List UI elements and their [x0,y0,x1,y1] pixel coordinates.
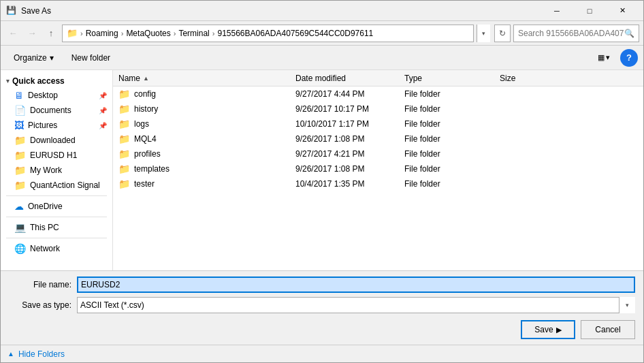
sidebar-item-eurusd[interactable]: 📁 EURUSD H1 [1,148,112,163]
desktop-label: Desktop [28,91,58,100]
dialog-icon: 💾 [6,5,17,16]
quick-access-chevron: ▾ [6,78,10,84]
minimize-button[interactable]: ─ [541,1,573,21]
table-row[interactable]: 📁 tester 10/4/2017 1:35 PM File folder [113,176,643,191]
pictures-pin-icon: 📌 [99,122,107,129]
organize-label: Organize [14,53,47,63]
quick-access-header[interactable]: ▾ Quick access [1,74,112,88]
sidebar-item-mywork[interactable]: 📁 My Work [1,163,112,178]
cancel-button[interactable]: Cancel [581,320,635,339]
table-row[interactable]: 📁 config 9/27/2017 4:44 PM File folder [113,86,643,101]
table-row[interactable]: 📁 templates 9/26/2017 1:08 PM File folde… [113,161,643,176]
col-header-size[interactable]: Size [500,74,554,83]
sidebar-item-quantaction[interactable]: 📁 QuantAction Signal [1,178,112,193]
breadcrumb-roaming: Roaming [86,29,118,38]
documents-pin-icon: 📌 [99,107,107,114]
organize-button[interactable]: Organize ▾ [6,49,61,67]
quick-access-section: ▾ Quick access 🖥 Desktop 📌 📄 Documents 📌… [1,74,112,193]
back-button[interactable]: ← [5,25,21,42]
breadcrumb-terminal: Terminal [178,29,209,38]
file-type: File folder [404,179,500,189]
new-folder-label: New folder [71,53,110,63]
file-type: File folder [404,89,500,99]
filename-input[interactable] [77,277,635,293]
file-type: File folder [404,164,500,174]
file-name: config [134,89,156,99]
file-folder-icon: 📁 [118,178,130,189]
sidebar-sep-1 [6,195,107,196]
network-icon: 🌐 [14,243,26,254]
sidebar-item-documents[interactable]: 📄 Documents 📌 [1,103,112,118]
table-row[interactable]: 📁 history 9/26/2017 10:17 PM File folder [113,101,643,116]
table-row[interactable]: 📁 profiles 9/27/2017 4:21 PM File folder [113,146,643,161]
close-button[interactable]: ✕ [607,1,638,21]
savetype-row: Save as type: ASCII Text (*.csv) ▾ [9,297,635,313]
pictures-icon: 🖼 [14,120,24,131]
file-date: 9/27/2017 4:44 PM [295,89,404,99]
file-name: logs [134,119,149,129]
quantaction-icon: 📁 [14,180,26,191]
breadcrumb: 📁 › Roaming › MetaQuotes › Terminal › 91… [67,28,373,38]
file-type: File folder [404,119,500,129]
downloaded-label: Downloaded [30,136,76,145]
file-date: 9/26/2017 1:08 PM [295,164,404,174]
file-folder-icon: 📁 [118,89,130,99]
sidebar-item-downloaded[interactable]: 📁 Downloaded [1,133,112,148]
search-input[interactable] [518,29,624,38]
savetype-dropdown-button[interactable]: ▾ [619,297,635,313]
col-header-name[interactable]: Name ▲ [118,74,295,83]
file-name: profiles [134,149,161,159]
save-cursor-indicator: ▶ [556,326,562,334]
organize-arrow: ▾ [50,53,54,63]
sidebar-item-pictures[interactable]: 🖼 Pictures 📌 [1,118,112,133]
toolbar: Organize ▾ New folder ▦ ▾ ? [1,46,643,70]
file-folder-icon: 📁 [118,148,130,159]
file-name: history [134,104,158,114]
hide-folders-row[interactable]: ▲ Hide Folders [1,345,643,362]
sidebar-item-onedrive[interactable]: ☁ OneDrive [1,199,112,214]
col-header-type[interactable]: Type [404,74,500,83]
filename-label: File name: [9,280,77,289]
desktop-icon: 🖥 [14,90,24,101]
refresh-button[interactable]: ↻ [494,25,511,42]
address-dropdown-button[interactable]: ▾ [477,25,490,42]
savetype-label: Save as type: [9,300,77,310]
sidebar-item-network[interactable]: 🌐 Network [1,241,112,256]
onedrive-icon: ☁ [14,201,24,212]
downloaded-icon: 📁 [14,135,26,146]
bottom-area: File name: Save as type: ASCII Text (*.c… [1,270,643,345]
breadcrumb-id: 915566BA06ADA407569C544CC0D97611 [217,29,373,38]
table-row[interactable]: 📁 logs 10/10/2017 1:17 PM File folder [113,116,643,131]
file-folder-icon: 📁 [118,133,130,144]
new-folder-button[interactable]: New folder [64,49,118,67]
view-icon: ▦ [598,53,605,62]
file-list: 📁 config 9/27/2017 4:44 PM File folder 📁… [113,86,643,270]
savetype-select-wrap: ASCII Text (*.csv) ▾ [77,297,635,313]
col-header-date[interactable]: Date modified [295,74,404,83]
up-button[interactable]: ↑ [43,25,59,42]
file-folder-icon: 📁 [118,163,130,174]
mywork-label: My Work [30,165,62,175]
address-path[interactable]: 📁 › Roaming › MetaQuotes › Terminal › 91… [62,25,474,42]
sidebar-item-thispc[interactable]: 💻 This PC [1,220,112,235]
file-folder-icon: 📁 [118,119,130,129]
file-area: Name ▲ Date modified Type Size 📁 config … [113,70,643,270]
maximize-button[interactable]: □ [574,1,605,21]
file-date: 10/4/2017 1:35 PM [295,179,404,189]
file-type: File folder [404,149,500,159]
file-date: 10/10/2017 1:17 PM [295,119,404,129]
breadcrumb-metaquotes: MetaQuotes [126,29,170,38]
addressbar: ← → ↑ 📁 › Roaming › MetaQuotes › Termina… [1,21,643,46]
quick-access-label: Quick access [12,76,65,86]
table-row[interactable]: 📁 MQL4 9/26/2017 1:08 PM File folder [113,131,643,146]
titlebar: 💾 Save As ─ □ ✕ [1,1,643,21]
desktop-pin-icon: 📌 [99,92,107,99]
save-button[interactable]: Save ▶ [521,320,575,339]
forward-button[interactable]: → [24,25,40,42]
sidebar-item-desktop[interactable]: 🖥 Desktop 📌 [1,88,112,103]
sort-arrow: ▲ [143,75,149,82]
help-button[interactable]: ? [620,49,638,67]
action-row: Save ▶ Cancel [9,317,635,339]
onedrive-label: OneDrive [28,202,63,211]
view-button[interactable]: ▦ ▾ [593,49,615,67]
